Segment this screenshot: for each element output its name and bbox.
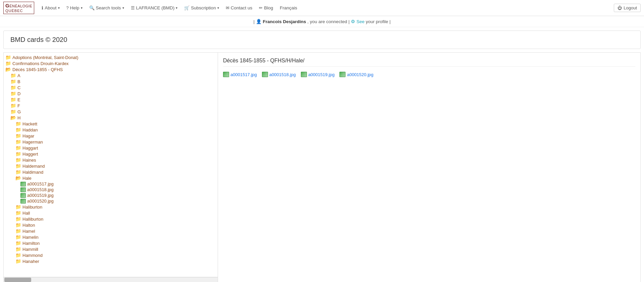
tree-folder-label[interactable]: Adoptions (Montréal, Saint-Donat) [12,55,78,60]
tree-file-label[interactable]: a0001518.jpg [27,187,54,192]
tree-item[interactable]: 📁Hamilton [4,240,218,246]
nav-lafrance[interactable]: ☰ LAFRANCE (BMD) ▾ [128,0,180,16]
tree-item[interactable]: 📁B [4,78,218,84]
tree-item[interactable]: 📁F [4,103,218,109]
tree-item[interactable]: 📁Confirmations Drouin-Kardex [4,60,218,66]
tree-folder-label[interactable]: F [17,103,20,108]
tree-item[interactable]: 📁Hanaher [4,258,218,264]
h-scroll-thumb[interactable] [4,278,31,282]
chevron-down-icon: ▾ [176,6,177,10]
tree-file-label[interactable]: a0001520.jpg [27,199,54,204]
tree-item[interactable]: 📁Haggart [4,145,218,151]
file-link[interactable]: a0001520.jpg [347,72,373,77]
tree-item[interactable]: 📂Hale [4,175,218,181]
tree-item[interactable]: 📁Hammill [4,246,218,252]
tree-folder-label[interactable]: B [17,79,20,84]
tree-item[interactable]: 📂Décès 1845-1855 - QFHS [4,66,218,72]
chevron-down-icon: ▾ [81,6,83,10]
tree-file-label[interactable]: a0001517.jpg [27,181,54,186]
tree-item[interactable]: 📁Haddan [4,127,218,133]
tree-item[interactable]: 📁Hamel [4,228,218,234]
tree-folder-label[interactable]: Hanaher [22,259,39,264]
tree-folder-label[interactable]: Haines [22,158,36,163]
tree-folder-label[interactable]: Hackett [22,121,37,126]
folder-icon: 📁 [5,61,11,66]
tree-item[interactable]: a0001518.jpg [4,187,218,192]
tree-item[interactable]: 📁Hammond [4,252,218,258]
tree-folder-label[interactable]: Hamilton [22,241,40,246]
file-link[interactable]: a0001518.jpg [269,72,296,77]
file-link[interactable]: a0001519.jpg [308,72,335,77]
tree-item[interactable]: 📁D [4,91,218,97]
tree-folder-label[interactable]: Haggart [22,146,38,151]
tree-folder-label[interactable]: Haddan [22,127,38,132]
tree-folder-label[interactable]: D [17,91,20,96]
tree-item[interactable]: 📂H [4,115,218,121]
tree-folder-label[interactable]: Hammond [22,253,43,258]
file-thumbnail [339,72,345,77]
tree-folder-label[interactable]: Haggert [22,152,38,157]
tree-item[interactable]: 📁Haldimand [4,169,218,175]
tree-item[interactable]: a0001520.jpg [4,198,218,204]
nav-contact[interactable]: ✉ Contact us [223,0,255,16]
tree-container[interactable]: 📁Adoptions (Montréal, Saint-Donat)📁Confi… [4,53,218,277]
tree-item[interactable]: a0001519.jpg [4,192,218,198]
tree-item[interactable]: 📁Adoptions (Montréal, Saint-Donat) [4,54,218,60]
tree-folder-label[interactable]: H [17,115,20,120]
nav-help[interactable]: ? Help ▾ [64,0,85,16]
tree-folder-label[interactable]: E [17,97,20,102]
file-link-item: a0001519.jpg [301,72,335,77]
tree-item[interactable]: a0001517.jpg [4,181,218,187]
brand-logo[interactable]: GÉNÉALOGIE QUÉBEC [3,2,34,14]
tree-folder-label[interactable]: Hall [22,211,30,216]
nav-blog[interactable]: ✏ Blog [256,0,276,16]
tree-folder-label[interactable]: Halliburton [22,217,43,222]
folder-icon: 📁 [15,216,21,222]
tree-item[interactable]: 📁Haggert [4,151,218,157]
logout-button[interactable]: ⏻ Logout [614,4,641,12]
tree-folder-label[interactable]: Hagar [22,133,34,138]
tree-item[interactable]: 📁Haliburton [4,204,218,210]
nav-search-tools[interactable]: 🔍 Search tools ▾ [87,0,127,16]
tree-folder-label[interactable]: Hammill [22,247,38,252]
tree-folder-label[interactable]: Hamelin [22,235,39,240]
folder-icon: 📁 [15,127,21,132]
tree-item[interactable]: 📁Haldemand [4,163,218,169]
tree-item[interactable]: 📁E [4,97,218,103]
tree-folder-label[interactable]: Décès 1845-1855 - QFHS [12,67,63,72]
right-panel: Décès 1845-1855 - QFHS/H/Hale/ a0001517.… [218,52,641,282]
folder-icon: 📁 [15,157,21,163]
tree-folder-label[interactable]: C [17,85,20,90]
tree-folder-label[interactable]: Hagerman [22,139,43,145]
tree-folder-label[interactable]: A [17,73,20,78]
tree-item[interactable]: 📁G [4,109,218,115]
tree-folder-label[interactable]: Haldimand [22,170,43,175]
folder-icon: 📁 [10,97,16,102]
tree-folder-label[interactable]: Haliburton [22,205,42,210]
nav-about[interactable]: ℹ About ▾ [39,0,62,16]
tree-folder-label[interactable]: Haldemand [22,164,45,169]
horizontal-scrollbar[interactable] [4,277,218,282]
tree-folder-label[interactable]: G [17,109,21,114]
see-profile-link[interactable]: See [357,19,366,24]
tree-item[interactable]: 📁Hackett [4,121,218,127]
tree-item[interactable]: 📁Halliburton [4,216,218,222]
tree-folder-label[interactable]: Confirmations Drouin-Kardex [12,61,69,66]
tree-item[interactable]: 📁Halton [4,222,218,228]
tree-item[interactable]: 📁C [4,84,218,91]
tree-file-label[interactable]: a0001519.jpg [27,193,54,198]
nav-francais[interactable]: Français [277,0,300,16]
tree-folder-label[interactable]: Hamel [22,229,35,234]
tree-folder-label[interactable]: Halton [22,223,35,228]
tree-item[interactable]: 📁Hagerman [4,139,218,145]
tree-folder-label[interactable]: Hale [22,176,32,181]
tree-item[interactable]: 📁A [4,72,218,78]
tree-item[interactable]: 📁Hamelin [4,234,218,240]
folder-icon: 📁 [15,234,21,240]
nav-subscription[interactable]: 🛒 Subscription ▾ [181,0,221,16]
file-link[interactable]: a0001517.jpg [230,72,257,77]
folder-icon: 📁 [15,204,21,210]
tree-item[interactable]: 📁Haines [4,157,218,163]
tree-item[interactable]: 📁Hagar [4,133,218,139]
tree-item[interactable]: 📁Hall [4,210,218,216]
